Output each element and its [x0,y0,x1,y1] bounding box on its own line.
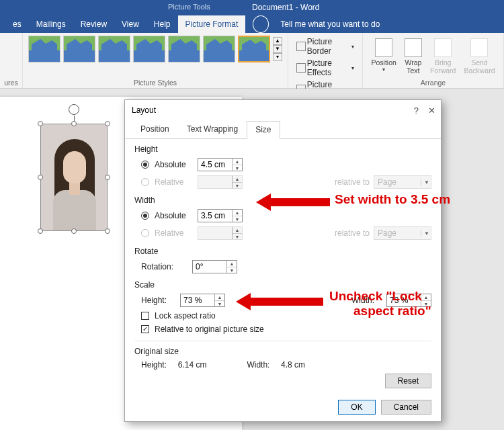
relative-to-label: relative to [335,177,370,187]
photo-content [41,124,107,230]
tab-references-partial[interactable]: es [5,15,29,33]
tab-position[interactable]: Position [132,120,178,138]
reset-button[interactable]: Reset [385,374,431,388]
dialog-title: Layout [132,105,156,115]
resize-handle[interactable] [105,175,110,180]
height-relative-to-combo: Page▼ [374,175,431,189]
bring-forward-icon [434,38,452,57]
spin-down-icon[interactable]: ▼ [227,267,237,273]
tab-mailings[interactable]: Mailings [29,15,73,33]
resize-handle[interactable] [71,121,77,126]
lock-aspect-ratio-label: Lock aspect ratio [155,311,216,320]
resize-handle[interactable] [105,121,110,126]
group-label-arrange: Arrange [421,79,446,88]
cancel-button[interactable]: Cancel [381,400,431,415]
picture-style-thumb[interactable] [28,36,60,62]
tab-text-wrapping[interactable]: Text Wrapping [178,120,247,138]
wrap-text-button[interactable]: Wrap Text [401,38,426,75]
width-absolute-field[interactable] [198,210,232,222]
height-section: Height Absolute ▲▼ Relative ▲▼ relative … [134,144,431,189]
resize-handle[interactable] [71,228,77,234]
contextual-tab-label: Picture Tools [168,3,210,11]
spin-down-icon[interactable]: ▼ [215,301,224,307]
orig-height-label: Height: [141,360,167,370]
picture-style-thumb[interactable] [203,36,235,62]
tab-view[interactable]: View [114,15,146,33]
lock-aspect-ratio-checkbox[interactable] [141,312,149,320]
width-relative-to-combo: Page▼ [374,226,431,240]
picture-style-thumb[interactable] [168,36,200,62]
scale-height-label: Height: [141,296,175,305]
resize-handle[interactable] [38,175,43,180]
selected-picture[interactable] [40,124,108,231]
style-gallery-more[interactable]: ▲▼▾ [273,37,282,61]
scale-height-field[interactable] [181,294,214,306]
width-relative-radio [141,229,149,237]
ok-button[interactable]: OK [338,400,375,415]
ribbon-group-arrange: Position▾ Wrap Text Bring Forward Send B… [363,33,504,88]
orig-height-value: 6.14 cm [178,360,207,370]
dialog-body: Height Absolute ▲▼ Relative ▲▼ relative … [125,139,441,402]
spin-down-icon[interactable]: ▼ [233,216,242,222]
picture-style-thumb[interactable] [98,36,130,62]
send-backward-icon [470,38,488,57]
dialog-tabs: Position Text Wrapping Size [125,120,441,139]
ribbon-group-stub: ures [0,33,23,88]
chevron-down-icon: ▼ [421,179,429,185]
relative-original-checkbox[interactable] [141,325,149,333]
help-button[interactable]: ? [414,105,419,116]
height-absolute-radio[interactable] [141,161,149,169]
orig-width-label: Width: [247,360,269,370]
ribbon-group-picture-styles: ▲▼▾ Picture Styles [23,33,288,88]
original-size-section: Original size Height: 6.14 cm Width: 4.8… [134,347,431,388]
spin-down-icon[interactable]: ▼ [233,165,242,171]
close-button[interactable]: ✕ [428,105,435,116]
styles-gallery: ▲▼▾ [28,36,282,62]
absolute-label: Absolute [155,211,192,220]
picture-style-thumb[interactable] [63,36,95,62]
chevron-down-icon: ▼ [421,230,429,236]
picture-style-thumb[interactable] [133,36,165,62]
rotation-field[interactable] [193,261,226,273]
orig-width-value: 4.8 cm [281,360,305,370]
tab-picture-format[interactable]: Picture Format [178,15,246,33]
separator [134,341,431,341]
height-absolute-input[interactable]: ▲▼ [198,158,243,171]
section-label: Rotate [134,247,431,256]
tab-size[interactable]: Size [247,121,280,139]
callout-lock-aspect: Uncheck "Lock aspect ratio" [329,289,431,318]
resize-handle[interactable] [38,228,43,234]
width-absolute-input[interactable]: ▲▼ [198,209,243,222]
width-relative-input: ▲▼ [198,226,243,240]
position-icon [375,38,392,57]
picture-border-button[interactable]: Picture Border▾ [294,36,357,57]
lightbulb-icon [253,15,269,33]
rotation-input[interactable]: ▲▼ [192,260,237,273]
group-label-stub: ures [4,79,17,88]
tab-help[interactable]: Help [146,15,178,33]
picture-effects-button[interactable]: Picture Effects▾ [294,57,357,79]
resize-handle[interactable] [105,228,110,234]
rotate-handle-icon[interactable] [69,104,79,115]
document-title: Document1 - Word [252,3,319,12]
resize-handle[interactable] [38,121,43,126]
position-button[interactable]: Position▾ [368,38,401,75]
effects-icon [296,63,306,73]
callout-width: Set width to 3.5 cm [335,192,450,207]
scale-height-input[interactable]: ▲▼ [180,294,225,307]
height-relative-radio [141,178,149,186]
tab-review[interactable]: Review [73,15,114,33]
height-absolute-field[interactable] [198,159,232,171]
width-absolute-radio[interactable] [141,212,149,220]
spin-up-icon[interactable]: ▲ [233,210,242,216]
border-icon [296,42,306,51]
absolute-label: Absolute [155,160,192,169]
dialog-title-bar[interactable]: Layout ? ✕ [125,100,441,120]
spin-up-icon[interactable]: ▲ [215,294,224,301]
picture-style-thumb-selected[interactable] [238,36,270,62]
rotate-section: Rotate Rotation: ▲▼ [134,247,431,273]
spin-up-icon[interactable]: ▲ [233,159,242,165]
spin-up-icon[interactable]: ▲ [227,261,237,267]
tell-me-search[interactable]: Tell me what you want to do [245,15,394,33]
wrap-text-icon [405,38,422,57]
